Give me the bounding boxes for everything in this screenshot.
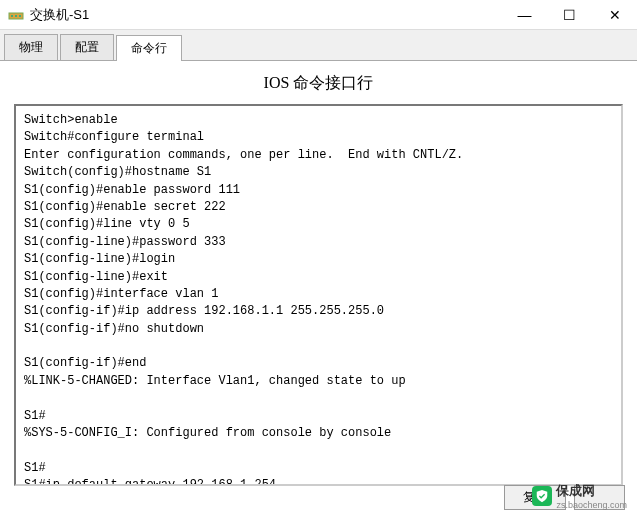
- tab-cli[interactable]: 命令行: [116, 35, 182, 61]
- cli-heading: IOS 命令接口行: [14, 73, 623, 94]
- svg-rect-1: [11, 15, 13, 17]
- minimize-button[interactable]: —: [502, 0, 547, 30]
- tab-config[interactable]: 配置: [60, 34, 114, 60]
- watermark-text: 保成网 zs.baocheng.com: [556, 482, 627, 510]
- watermark-name: 保成网: [556, 482, 627, 500]
- window-controls: — ☐ ✕: [502, 0, 637, 30]
- tab-bar: 物理 配置 命令行: [0, 30, 637, 61]
- tab-physical[interactable]: 物理: [4, 34, 58, 60]
- content-area: IOS 命令接口行 Switch>enable Switch#configure…: [0, 61, 637, 498]
- watermark: 保成网 zs.baocheng.com: [532, 482, 627, 510]
- window-title: 交换机-S1: [30, 6, 502, 24]
- terminal-output[interactable]: Switch>enable Switch#configure terminal …: [14, 104, 623, 486]
- watermark-url: zs.baocheng.com: [556, 500, 627, 510]
- svg-rect-2: [15, 15, 17, 17]
- svg-rect-3: [19, 15, 21, 17]
- app-icon: [8, 7, 24, 23]
- shield-icon: [532, 486, 552, 506]
- maximize-button[interactable]: ☐: [547, 0, 592, 30]
- titlebar: 交换机-S1 — ☐ ✕: [0, 0, 637, 30]
- close-button[interactable]: ✕: [592, 0, 637, 30]
- terminal-container: Switch>enable Switch#configure terminal …: [14, 104, 623, 486]
